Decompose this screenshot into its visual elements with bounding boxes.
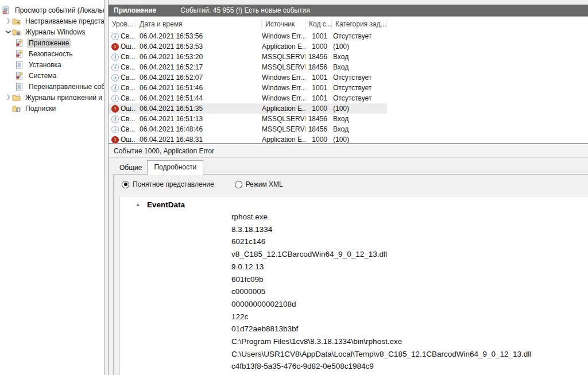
level-text: Св... bbox=[121, 84, 135, 92]
friendly-view-radio[interactable] bbox=[122, 181, 129, 188]
events-count-status: Событий: 45 955 (!) Есть новые события bbox=[180, 6, 310, 14]
sidebar-item-label: Установка bbox=[27, 60, 63, 69]
forwarded-events-log-icon bbox=[16, 83, 25, 91]
event-category: Вход bbox=[332, 115, 387, 123]
sidebar-item-system[interactable]: Система bbox=[0, 70, 104, 81]
event-source: Application E... bbox=[262, 42, 305, 51]
friendly-view-content: - EventData rphost.exe 8.3.18.1334 6021c… bbox=[119, 196, 588, 375]
event-detail-title-text: Событие 1000, Application Error bbox=[114, 147, 214, 155]
tab-details[interactable]: Подробности bbox=[147, 160, 203, 175]
tab-general[interactable]: Общие bbox=[114, 162, 147, 175]
details-tab-page: Понятное представление Режим XML - Event… bbox=[113, 174, 588, 375]
column-header-source[interactable]: Источник bbox=[262, 20, 305, 29]
console-tree-sidebar: Просмотр событий (Локальный ❯ Настраивае… bbox=[0, 0, 105, 375]
custom-views-folder-icon bbox=[12, 17, 21, 25]
sidebar-item-subscriptions[interactable]: Подписки bbox=[0, 103, 104, 114]
sidebar-item-forwarded-events[interactable]: Перенаправленные собы bbox=[0, 81, 104, 92]
level-text: Св... bbox=[121, 63, 135, 71]
log-title-bar: Приложение Событий: 45 955 (!) Есть новы… bbox=[109, 5, 588, 16]
info-icon: i bbox=[111, 126, 119, 133]
table-row[interactable]: iСв... 06.04.2021 16:52:17 MSSQLSERVER 1… bbox=[109, 62, 387, 72]
table-row[interactable]: iСв... 06.04.2021 16:48:46 MSSQLSERVER 1… bbox=[109, 124, 387, 134]
eventdata-line: 6021c146 bbox=[231, 235, 588, 248]
error-icon: ! bbox=[111, 136, 119, 144]
level-text: Св... bbox=[121, 53, 135, 61]
event-category: Отсутствует bbox=[332, 84, 387, 92]
event-source: Application E... bbox=[262, 105, 305, 113]
column-header-date[interactable]: Дата и время bbox=[136, 20, 262, 29]
table-header-row: Уров... Дата и время Источник Код с... К… bbox=[109, 18, 387, 31]
eventdata-line: rphost.exe bbox=[231, 211, 588, 223]
error-icon: ! bbox=[111, 105, 119, 113]
collapse-minus-icon[interactable]: - bbox=[137, 200, 147, 209]
event-id: 1001 bbox=[305, 74, 332, 82]
xml-view-radio[interactable] bbox=[235, 181, 242, 188]
chevron-down-icon[interactable]: ❯ bbox=[3, 28, 14, 36]
main-pane: Приложение Событий: 45 955 (!) Есть новы… bbox=[108, 0, 588, 375]
info-icon: i bbox=[111, 74, 119, 82]
level-text: Св... bbox=[121, 74, 135, 82]
sidebar-item-label: Настраиваемые представлен bbox=[24, 17, 104, 26]
events-table: Уров... Дата и время Источник Код с... К… bbox=[109, 16, 588, 143]
security-log-icon bbox=[16, 50, 25, 58]
event-date: 06.04.2021 16:53:56 bbox=[136, 32, 262, 40]
event-source: Windows Err... bbox=[262, 74, 305, 82]
chevron-right-icon[interactable]: ❯ bbox=[5, 92, 12, 103]
event-date: 06.04.2021 16:51:44 bbox=[136, 94, 262, 102]
sidebar-item-app-service-logs[interactable]: ❯ Журналы приложений и слу bbox=[0, 92, 104, 103]
level-text: Ош... bbox=[121, 42, 136, 51]
info-icon: i bbox=[111, 95, 119, 102]
level-text: Ош... bbox=[121, 105, 136, 113]
eventdata-line: 601fc09b bbox=[231, 273, 588, 286]
event-category: Вход bbox=[332, 63, 387, 71]
setup-log-icon bbox=[16, 61, 25, 69]
chevron-right-icon[interactable]: ❯ bbox=[5, 16, 12, 26]
table-row[interactable]: iСв... 06.04.2021 16:53:56 Windows Err..… bbox=[109, 31, 387, 41]
system-log-icon bbox=[16, 72, 25, 80]
sidebar-item-windows-logs[interactable]: ❯ Журналы Windows bbox=[0, 26, 104, 37]
eventdata-heading: - EventData bbox=[137, 200, 588, 209]
event-date: 06.04.2021 16:53:20 bbox=[136, 53, 262, 61]
eventdata-values: rphost.exe 8.3.18.1334 6021c146 v8_C185_… bbox=[231, 211, 588, 373]
sidebar-item-custom-views[interactable]: ❯ Настраиваемые представлен bbox=[0, 16, 104, 26]
event-id: 1001 bbox=[305, 84, 332, 92]
event-date: 06.04.2021 16:52:07 bbox=[136, 74, 262, 82]
sidebar-item-security[interactable]: Безопасность bbox=[0, 48, 104, 59]
table-row-selected[interactable]: !Ош... 06.04.2021 16:51:35 Application E… bbox=[109, 103, 387, 114]
table-row[interactable]: iСв... 06.04.2021 16:51:13 MSSQLSERVER 1… bbox=[109, 114, 387, 124]
column-header-event-id[interactable]: Код с... bbox=[305, 20, 332, 29]
event-viewer-icon bbox=[2, 6, 11, 14]
sidebar-item-label: Журналы Windows bbox=[24, 28, 87, 37]
table-row[interactable]: iСв... 06.04.2021 16:53:20 MSSQLSERVER 1… bbox=[109, 52, 387, 62]
sidebar-item-label: Подписки bbox=[24, 104, 57, 113]
view-mode-radios: Понятное представление Режим XML bbox=[114, 175, 588, 188]
table-row[interactable]: !Ош... 06.04.2021 16:48:31 Application E… bbox=[109, 134, 387, 143]
friendly-view-label[interactable]: Понятное представление bbox=[133, 180, 214, 188]
event-detail-title: Событие 1000, Application Error bbox=[109, 144, 588, 158]
event-category: (100) bbox=[332, 136, 387, 143]
event-source: Windows Err... bbox=[262, 84, 305, 92]
event-id: 18456 bbox=[305, 125, 332, 133]
column-header-category[interactable]: Категория зад... bbox=[332, 20, 387, 29]
event-source: Windows Err... bbox=[262, 94, 305, 102]
xml-view-label[interactable]: Режим XML bbox=[246, 180, 283, 188]
event-date: 06.04.2021 16:48:46 bbox=[136, 125, 262, 133]
info-icon: i bbox=[111, 115, 119, 123]
table-row[interactable]: iСв... 06.04.2021 16:51:46 Windows Err..… bbox=[109, 83, 387, 93]
eventdata-line: v8_C185_12.1CBarcodWin64_9_0_12_13.dll bbox=[231, 248, 588, 261]
event-date: 06.04.2021 16:52:17 bbox=[136, 63, 262, 71]
event-source: Windows Err... bbox=[262, 32, 305, 40]
event-date: 06.04.2021 16:51:13 bbox=[136, 115, 262, 123]
info-icon: i bbox=[111, 64, 119, 71]
sidebar-item-application[interactable]: Приложение bbox=[0, 37, 104, 48]
level-text: Ош... bbox=[121, 136, 136, 143]
column-header-level[interactable]: Уров... bbox=[109, 20, 136, 29]
table-row[interactable]: iСв... 06.04.2021 16:52:07 Windows Err..… bbox=[109, 72, 387, 83]
sidebar-item-event-viewer-root[interactable]: Просмотр событий (Локальный bbox=[0, 5, 104, 16]
event-id: 18456 bbox=[305, 53, 332, 61]
table-row[interactable]: !Ош... 06.04.2021 16:53:53 Application E… bbox=[109, 41, 387, 52]
info-icon: i bbox=[111, 53, 119, 61]
sidebar-item-setup[interactable]: Установка bbox=[0, 59, 104, 70]
table-row[interactable]: iСв... 06.04.2021 16:51:44 Windows Err..… bbox=[109, 93, 387, 103]
eventdata-line: c4fb13f8-5a35-476c-9d82-0e508c1984c9 bbox=[231, 360, 588, 373]
